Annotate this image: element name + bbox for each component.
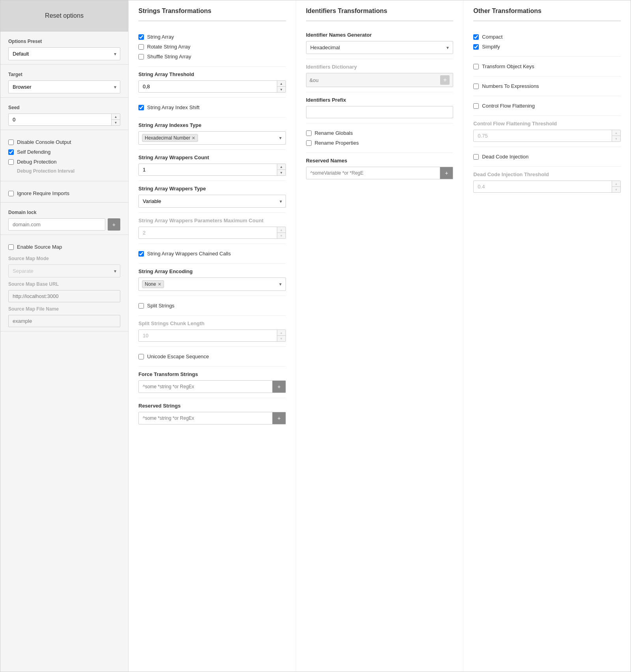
identifiers-prefix-input[interactable]: [306, 106, 454, 118]
split-strings-row[interactable]: Split Strings: [138, 301, 286, 311]
wrappers-count-increment-button[interactable]: ▲: [277, 164, 286, 170]
string-array-wrappers-type-select[interactable]: Variable Function: [138, 195, 286, 208]
reserved-names-section: Reserved Names +: [306, 153, 454, 184]
string-array-checkbox[interactable]: [138, 34, 144, 40]
params-decrement-button[interactable]: ▼: [277, 233, 286, 238]
numbers-to-expressions-checkbox[interactable]: [473, 84, 479, 89]
rename-globals-checkbox[interactable]: [306, 130, 312, 136]
reserved-strings-add-button[interactable]: +: [272, 412, 285, 424]
identifier-names-generator-dropdown[interactable]: Hexadecimal: [306, 41, 454, 54]
params-increment-button[interactable]: ▲: [277, 227, 286, 233]
identifiers-dictionary-input[interactable]: [310, 77, 438, 83]
string-array-indexes-type-dropdown[interactable]: Hexadecimal Number ✕: [138, 131, 286, 145]
unicode-escape-sequence-checkbox[interactable]: [138, 354, 144, 359]
string-array-wrappers-chained-calls-row[interactable]: String Array Wrappers Chained Calls: [138, 249, 286, 259]
debug-protection-checkbox[interactable]: [8, 159, 14, 165]
options-preset-select-wrapper[interactable]: Default: [8, 47, 120, 60]
hexadecimal-number-tag-text: Hexadecimal Number: [145, 135, 190, 141]
control-flow-flattening-threshold-input[interactable]: [474, 130, 612, 141]
domain-lock-add-button[interactable]: +: [108, 218, 120, 231]
compact-row[interactable]: Compact: [473, 32, 621, 42]
transform-object-keys-checkbox[interactable]: [473, 64, 479, 69]
string-array-wrappers-params-input[interactable]: [139, 227, 277, 238]
simplify-checkbox[interactable]: [473, 44, 479, 50]
ignore-require-row[interactable]: Ignore Require Imports: [8, 188, 120, 198]
reserved-strings-input-wrapper: +: [138, 412, 286, 424]
string-array-row[interactable]: String Array: [138, 32, 286, 42]
split-strings-chunk-length-spinners: ▲ ▼: [277, 330, 286, 341]
string-array-encoding-dropdown[interactable]: None ✕: [138, 277, 286, 291]
simplify-row[interactable]: Simplify: [473, 42, 621, 52]
split-strings-checkbox[interactable]: [138, 303, 144, 309]
split-strings-chunk-length-input[interactable]: [139, 330, 277, 341]
string-array-index-shift-row[interactable]: String Array Index Shift: [138, 102, 286, 112]
rotate-string-array-checkbox[interactable]: [138, 44, 144, 50]
threshold-increment-button[interactable]: ▲: [277, 81, 286, 87]
self-defending-checkbox[interactable]: [8, 149, 14, 155]
seed-decrement-button[interactable]: ▼: [112, 120, 120, 125]
disable-console-checkbox[interactable]: [8, 140, 14, 145]
reserved-names-input[interactable]: [306, 167, 440, 179]
shuffle-string-array-checkbox[interactable]: [138, 54, 144, 60]
self-defending-row[interactable]: Self Defending: [8, 147, 120, 157]
domain-lock-label: Domain lock: [8, 210, 120, 215]
control-flow-flattening-row[interactable]: Control Flow Flattening: [473, 101, 621, 111]
dci-threshold-decrement-button[interactable]: ▼: [612, 187, 620, 192]
threshold-decrement-button[interactable]: ▼: [277, 87, 286, 92]
compact-checkbox[interactable]: [473, 34, 479, 40]
reserved-strings-input[interactable]: [139, 412, 272, 424]
options-preset-select[interactable]: Default: [8, 47, 120, 60]
shuffle-string-array-row[interactable]: Shuffle String Array: [138, 52, 286, 61]
source-map-mode-select[interactable]: Separate: [8, 264, 120, 277]
dci-threshold-increment-button[interactable]: ▲: [612, 181, 620, 187]
reset-options-button[interactable]: Reset options: [0, 0, 128, 32]
target-select-wrapper[interactable]: Browser: [8, 80, 120, 93]
chunk-length-decrement-button[interactable]: ▼: [277, 336, 286, 341]
seed-increment-button[interactable]: ▲: [112, 114, 120, 120]
source-map-base-url-label: Source Map Base URL: [8, 281, 120, 287]
control-flow-flattening-threshold-input-wrapper: ▲ ▼: [473, 130, 621, 142]
reserved-names-add-button[interactable]: +: [440, 167, 453, 179]
cff-threshold-decrement-button[interactable]: ▼: [612, 136, 620, 141]
force-transform-strings-add-button[interactable]: +: [272, 381, 285, 393]
rename-properties-row[interactable]: Rename Properties: [306, 138, 454, 148]
force-transform-strings-section: Force Transform Strings +: [138, 367, 286, 398]
wrappers-count-decrement-button[interactable]: ▼: [277, 170, 286, 175]
none-encoding-tag-remove[interactable]: ✕: [158, 282, 161, 287]
force-transform-strings-input[interactable]: [139, 381, 272, 393]
numbers-to-expressions-label: Numbers To Expressions: [482, 83, 539, 89]
enable-source-map-checkbox[interactable]: [8, 244, 14, 250]
string-array-wrappers-chained-calls-checkbox[interactable]: [138, 251, 144, 257]
hexadecimal-number-tag-remove[interactable]: ✕: [192, 136, 195, 141]
source-map-mode-select-wrapper[interactable]: Separate: [8, 264, 120, 277]
cff-threshold-increment-button[interactable]: ▲: [612, 130, 620, 136]
ignore-require-checkbox[interactable]: [8, 191, 14, 196]
control-flow-flattening-label: Control Flow Flattening: [482, 103, 535, 109]
numbers-to-expressions-row[interactable]: Numbers To Expressions: [473, 81, 621, 91]
domain-lock-input[interactable]: [8, 218, 105, 231]
string-array-wrappers-params-spinners: ▲ ▼: [277, 227, 286, 238]
control-flow-flattening-checkbox[interactable]: [473, 103, 479, 109]
debug-protection-row[interactable]: Debug Protection: [8, 157, 120, 167]
rename-properties-checkbox[interactable]: [306, 140, 312, 146]
rename-globals-row[interactable]: Rename Globals: [306, 128, 454, 138]
source-map-base-url-input[interactable]: [8, 290, 120, 302]
string-array-wrappers-count-input[interactable]: [139, 164, 277, 175]
seed-input[interactable]: [9, 114, 111, 125]
target-select[interactable]: Browser: [8, 80, 120, 93]
transform-object-keys-row[interactable]: Transform Object Keys: [473, 61, 621, 71]
string-array-threshold-input[interactable]: [139, 81, 277, 92]
string-array-index-shift-checkbox[interactable]: [138, 105, 144, 110]
enable-source-map-row[interactable]: Enable Source Map: [8, 242, 120, 252]
control-flow-flattening-threshold-label: Control Flow Flattening Threshold: [473, 121, 621, 127]
source-map-file-name-input[interactable]: [8, 315, 120, 327]
dead-code-injection-checkbox[interactable]: [473, 154, 479, 160]
dead-code-injection-threshold-input[interactable]: [474, 181, 612, 192]
dead-code-injection-row[interactable]: Dead Code Injection: [473, 152, 621, 162]
rotate-string-array-row[interactable]: Rotate String Array: [138, 42, 286, 52]
unicode-escape-sequence-row[interactable]: Unicode Escape Sequence: [138, 352, 286, 361]
chunk-length-increment-button[interactable]: ▲: [277, 330, 286, 336]
string-array-wrappers-type-select-wrapper[interactable]: Variable Function: [138, 195, 286, 208]
identifier-names-generator-label: Identifier Names Generator: [306, 32, 454, 38]
disable-console-row[interactable]: Disable Console Output: [8, 137, 120, 147]
